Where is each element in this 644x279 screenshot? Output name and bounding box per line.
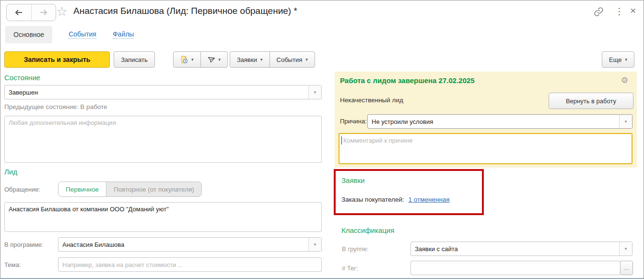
tag-input[interactable] [411, 265, 620, 272]
lead-quality-text: Некачественный лид [340, 97, 403, 104]
theme-input[interactable] [59, 261, 321, 268]
chevron-down-icon: ▾ [314, 242, 316, 247]
text-caret [341, 136, 342, 145]
state-field[interactable]: ▾ [4, 85, 322, 99]
previous-state-text: Предыдущее состояние: В работе [4, 103, 107, 110]
chevron-down-icon: ▾ [314, 90, 316, 95]
additional-info-textarea[interactable] [4, 116, 322, 163]
create-based-on-group: ▾ ▾ [173, 51, 228, 68]
chevron-down-icon: ▾ [625, 246, 627, 251]
group-label: В группе: [342, 245, 369, 253]
appeal-repeat-option[interactable]: Повторное (от покупателя) [106, 182, 201, 196]
more-button-label: Еще [609, 56, 621, 63]
requests-section-header: Заявки [341, 176, 364, 184]
back-arrow-icon [14, 9, 23, 16]
dropdown-arrow-icon: ▾ [305, 57, 308, 62]
completion-title: Работа с лидом завершена 27.02.2025 [340, 76, 475, 85]
document-clock-icon [180, 56, 188, 63]
cancelled-order-link[interactable]: 1 отмененная [409, 196, 450, 203]
get-link-icon[interactable] [594, 7, 604, 19]
lead-description-textarea[interactable]: Анастасия Билашова от компании ООО "Дома… [4, 202, 322, 232]
history-nav [6, 4, 56, 21]
tab-bar: Основное События Файлы [5, 25, 134, 44]
theme-field[interactable] [58, 257, 322, 272]
state-section-header: Состояние [4, 73, 40, 82]
group-dropdown-button[interactable]: ▾ [619, 242, 632, 255]
lead-form-window: ☆ Анастасия Билашова (Лид: Первичное обр… [0, 0, 644, 279]
appeal-primary-option[interactable]: Первичное [59, 182, 106, 196]
state-input[interactable] [5, 89, 308, 96]
lead-section-header: Лид [4, 168, 17, 176]
in-program-label: В программе: [4, 241, 44, 248]
reason-label: Причина: [340, 118, 367, 125]
tag-ellipsis-button[interactable]: ... [620, 261, 633, 275]
send-message-button[interactable]: ▾ [200, 51, 228, 68]
more-menu-icon[interactable]: ⋮ [615, 6, 624, 17]
close-icon[interactable]: × [630, 5, 636, 16]
classification-section-header: Классификация [341, 226, 394, 234]
reason-comment-textarea[interactable] [339, 133, 632, 164]
events-menu-button[interactable]: События ▾ [269, 51, 315, 68]
dropdown-arrow-icon: ▾ [260, 57, 263, 62]
forward-button[interactable] [31, 4, 56, 21]
appeal-label: Обращение: [4, 186, 40, 193]
tag-label: # Тег: [342, 265, 358, 272]
reason-field[interactable]: ▾ [367, 114, 632, 129]
page-title: Анастасия Билашова (Лид: Первичное обращ… [73, 6, 297, 16]
tag-field[interactable] [410, 261, 621, 275]
gear-icon[interactable]: ⚙ [621, 75, 628, 85]
chevron-down-icon: ▾ [625, 119, 627, 124]
save-button[interactable]: Записать [114, 51, 155, 68]
back-button[interactable] [7, 4, 31, 21]
reason-dropdown-button[interactable]: ▾ [619, 115, 632, 128]
reason-input[interactable] [368, 118, 619, 125]
create-event-button[interactable]: ▾ [173, 51, 201, 68]
requests-menu-label: Заявки [237, 56, 257, 63]
orders-row: Заказы покупателей: 1 отмененная [341, 196, 450, 203]
return-to-work-button[interactable]: Вернуть в работу [549, 93, 633, 109]
events-menu-label: События [277, 56, 303, 63]
dropdown-arrow-icon: ▾ [191, 57, 194, 62]
in-program-dropdown-button[interactable]: ▾ [308, 238, 321, 251]
group-field[interactable]: ▾ [410, 242, 632, 256]
in-program-input[interactable] [59, 241, 308, 248]
dropdown-arrow-icon: ▾ [219, 57, 221, 62]
more-button[interactable]: Еще ▾ [602, 51, 634, 68]
forward-arrow-icon [39, 9, 48, 16]
in-program-field[interactable]: ▾ [58, 237, 322, 252]
orders-label: Заказы покупателей: [341, 196, 404, 203]
theme-label: Тема: [4, 261, 21, 268]
tab-main[interactable]: Основное [5, 26, 52, 43]
state-dropdown-button[interactable]: ▾ [308, 85, 321, 99]
tab-files[interactable]: Файлы [113, 30, 134, 39]
favorite-star-icon[interactable]: ☆ [56, 4, 68, 19]
dropdown-arrow-icon: ▾ [625, 57, 627, 62]
actions-group: Заявки ▾ События ▾ [230, 51, 315, 68]
requests-menu-button[interactable]: Заявки ▾ [230, 51, 270, 68]
appeal-toggle: Первичное Повторное (от покупателя) [58, 182, 202, 197]
tab-events[interactable]: События [69, 30, 96, 39]
group-input[interactable] [411, 245, 619, 253]
save-and-close-button[interactable]: Записать и закрыть [4, 51, 110, 68]
paper-plane-icon [208, 56, 215, 63]
